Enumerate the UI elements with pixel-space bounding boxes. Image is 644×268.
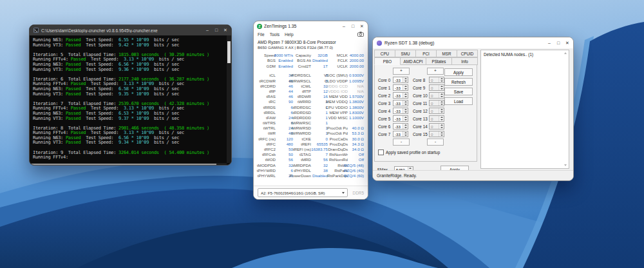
zt-label: tRFC (ns) [258,137,276,141]
zt-row: Speed8000 MT/sCapacity32GBMCLK4000.00 [258,52,364,58]
core-label: Core 8 [413,78,429,82]
console-vertical-scrollbar[interactable] [227,35,231,163]
core-offset-spinner[interactable]: -33 [393,77,408,83]
desktop: C:\Users\dam\Desktop\y-cruncher v0.8.6.9… [0,0,644,268]
ryzensdt-app-icon [377,41,382,46]
zt-label: VDDG IOD [328,89,348,93]
zt-label: RttNomWr [328,152,348,157]
core-offset-spinner[interactable]: -33 [393,92,408,99]
zt-value: 1 [311,115,328,120]
maximize-icon[interactable]: □ [554,40,563,46]
zt-label: tMRDPDA [293,163,311,168]
minimize-icon[interactable]: – [203,27,212,34]
zt-label: MEM VPP [328,110,348,115]
zt-row: tWTRL24tWRWRSD1ProcOdt Pu40.0 Ω [258,126,364,131]
zt-label: VDD MISC [328,115,348,120]
close-icon[interactable]: ✕ [563,40,572,46]
core-offset-spinner[interactable]: -33 [393,131,408,137]
zt-label: PowerDown [293,173,311,178]
console-text-segment: Test Speed: [80,140,118,145]
dimm-select-dropdown[interactable]: A2: F5-7600J3646G16G (16GB, SR) [258,188,348,197]
zt-label: tSTAG [293,152,311,157]
zt-label: CLDO VDDP [328,79,348,83]
ryzensdt-titlebar[interactable]: Ryzen SDT 1.38 (debug) – □ ✕ [373,37,573,48]
zt-value: 34.0 Ω [348,147,364,151]
spin-arrows[interactable] [402,100,408,106]
tab-msr[interactable]: MSR [436,50,457,57]
save-button[interactable]: Save [444,88,473,95]
zt-row: tRFC (ns)120tCKE0ProcCaDs30.0 Ω [258,136,364,141]
load-button[interactable]: Load [444,97,473,105]
minimize-icon[interactable]: – [545,40,554,46]
console-text-segment: Running VT3: [33,116,66,121]
zt-label: ProcDqDs [328,142,348,146]
ryzensdt-left-panel: CPU SMU PCI MSR CPUID PBO AMD ACPI PStat… [373,48,477,171]
zt-label: tWRWRDD [293,131,311,135]
tab-pci[interactable]: PCI [415,50,437,57]
console-text-segment: Test Speed: [80,43,118,48]
log-panel[interactable]: Detected NUMA nodes.. (1) [480,50,569,169]
minimize-icon[interactable]: – [339,23,348,30]
add-core-left-button[interactable]: + [393,68,410,75]
console-horizontal-scrollbar-thumb[interactable] [31,164,216,166]
spin-arrows[interactable] [402,131,408,137]
spin-arrows [439,85,444,90]
zt-value: 46 [276,84,293,88]
zt-value: 50 [276,147,293,151]
dimm-select-value: A2: F5-7600J3646G16G (16GB, SR) [261,191,325,195]
core-offset-spinner[interactable]: -33 [393,84,408,91]
zt-value: 65535 [311,142,328,146]
remove-core-right-button[interactable]: - [427,139,444,146]
core-offset-spinner[interactable]: -33 [393,100,408,106]
close-icon[interactable]: ✕ [357,23,366,30]
close-icon[interactable]: ✕ [221,27,230,34]
maximize-icon[interactable]: □ [348,23,357,30]
zentimings-titlebar[interactable]: Z ZenTimings 1.35 – □ ✕ [254,21,368,31]
core-offset-spinner[interactable]: -33 [393,123,408,129]
spin-arrows[interactable] [402,124,408,129]
core-offset-spinner[interactable]: -33 [393,115,408,122]
core-offset-spinner: 0 [429,108,444,114]
apply-button[interactable]: Apply [444,68,473,76]
tab-smu[interactable]: SMU [395,50,416,57]
maximize-icon[interactable]: □ [212,27,221,34]
core-offset-value: 0 [430,93,439,98]
console-vertical-scrollbar-thumb[interactable] [227,41,231,63]
scroll-up-icon[interactable] [564,52,567,54]
menu-tools[interactable]: Tools [270,32,279,37]
zt-value: 1.1000V [348,115,364,120]
console-titlebar[interactable]: C:\Users\dam\Desktop\y-cruncher v0.8.6.9… [30,25,231,35]
console-horizontal-scrollbar[interactable] [30,163,227,166]
core-offset-value: -33 [393,116,402,121]
zentimings-statusbar: A2: F5-7600J3646G16G (16GB, SR) DDR5 [254,186,368,199]
add-core-right-button[interactable]: + [427,68,444,75]
chevron-down-icon [342,192,345,194]
core-offset-spinner[interactable]: -33 [393,108,408,114]
core-offset-value: -33 [393,100,402,106]
zt-label: tRFC2 [258,147,276,151]
refresh-button[interactable]: Refresh [444,78,473,86]
scroll-down-icon[interactable] [564,164,567,166]
tab-pbo[interactable]: PBO [374,57,401,65]
zt-row: tFAW24tRDRDDD1VDD MISC1.1000V [258,115,364,120]
menu-help[interactable]: Help [285,32,294,37]
tab-cpu[interactable]: CPU [374,50,395,57]
console-output: Running N63: Passed Test Speed: 6.55 * 1… [33,38,225,160]
spin-arrows[interactable] [402,116,408,121]
remove-core-left-button[interactable]: - [393,139,410,146]
startup-profile-checkbox[interactable] [378,149,384,155]
spin-arrows [439,116,444,121]
spin-arrows[interactable] [402,93,408,98]
spin-arrows[interactable] [402,85,408,90]
menu-file[interactable]: File [258,32,265,37]
zt-label: tWRWRSC [293,120,311,125]
zt-value: 32 [311,163,328,168]
spin-arrows[interactable] [402,108,408,113]
screenshot-camera-icon[interactable] [357,32,364,37]
console-line: Running VT3: Passed Test Speed: 9.42 * 1… [33,43,225,48]
zt-value: Disabled [311,58,328,62]
zt-value: 1T [311,64,328,68]
zt-value: Off [348,157,364,162]
spin-arrows[interactable] [402,77,408,82]
tab-cpuid[interactable]: CPUID [457,50,478,57]
